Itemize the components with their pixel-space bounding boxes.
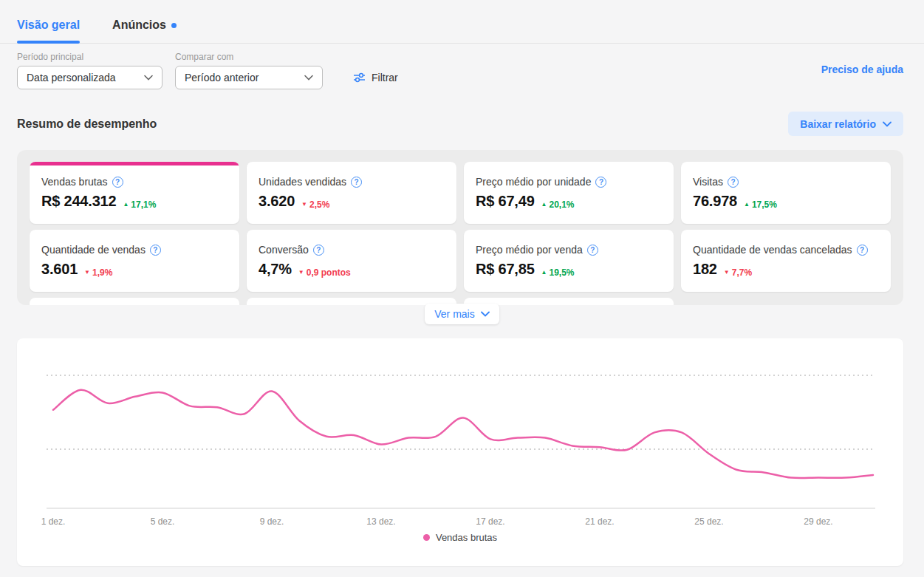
trend-arrow-icon: ▼ [301,201,307,208]
chevron-down-icon [481,311,490,317]
metrics-cards-panel: Vendas brutas ? R$ 244.312 ▲17,1% Unidad… [17,150,903,305]
svg-text:1 dez.: 1 dez. [41,516,66,527]
metric-label: Visitas [693,176,723,188]
compare-period-select[interactable]: Período anterior [175,66,323,89]
metric-card-vendas-brutas[interactable]: Vendas brutas ? R$ 244.312 ▲17,1% [30,162,239,224]
svg-text:9 dez.: 9 dez. [260,516,284,527]
filter-button[interactable]: Filtrar [349,66,403,89]
info-icon[interactable]: ? [857,245,868,256]
info-icon[interactable]: ? [313,245,324,256]
main-period-group: Período principal Data personalizada [17,52,162,89]
sales-line-chart[interactable]: 1 dez.5 dez.9 dez.13 dez.17 dez.21 dez.2… [17,338,903,530]
performance-summary-header: Resumo de desempenho Baixar relatório [17,112,903,136]
metric-delta: 1,9% [92,267,112,278]
trend-arrow-icon: ▲ [541,201,547,208]
metric-delta: 17,5% [752,199,777,210]
metric-card-preco-medio-venda[interactable]: Preço médio por venda ? R$ 67,85 ▲19,5% [464,230,674,292]
chevron-down-icon [304,75,313,81]
filters-row: Período principal Data personalizada Com… [17,52,903,89]
trend-arrow-icon: ▲ [744,201,750,208]
trend-arrow-icon: ▼ [724,269,730,276]
svg-text:29 dez.: 29 dez. [804,516,832,527]
tab-anuncios-label: Anúncios [112,18,166,32]
download-report-button[interactable]: Baixar relatório [788,112,903,136]
download-report-label: Baixar relatório [800,118,876,130]
metric-value: R$ 67,85 [476,261,535,278]
info-icon[interactable]: ? [728,177,739,188]
info-icon[interactable]: ? [587,245,598,256]
see-more-row: Ver mais [0,304,924,324]
selected-accent-bar [30,162,239,165]
metric-delta: 19,5% [550,267,575,278]
trend-arrow-icon: ▼ [84,269,90,276]
metric-card-quantidade-vendas[interactable]: Quantidade de vendas ? 3.601 ▼1,9% [30,230,239,292]
main-period-select[interactable]: Data personalizada [17,66,162,89]
info-icon[interactable]: ? [595,177,606,188]
metric-label: Preço médio por unidade [476,176,591,188]
svg-text:21 dez.: 21 dez. [585,516,614,527]
trend-arrow-icon: ▲ [123,201,129,208]
chevron-down-icon [883,121,892,127]
metric-card-vendas-canceladas[interactable]: Quantidade de vendas canceladas ? 182 ▼7… [681,230,891,292]
metric-value: 182 [693,261,717,278]
compare-period-value: Período anterior [185,72,259,83]
metric-label: Quantidade de vendas canceladas [693,244,852,256]
metric-label: Unidades vendidas [259,176,346,188]
svg-text:17 dez.: 17 dez. [476,516,504,527]
trend-arrow-icon: ▼ [298,269,304,276]
tab-visao-geral-label: Visão geral [17,18,80,32]
metric-label: Conversão [259,244,309,256]
metric-delta: 17,1% [131,199,156,210]
tab-visao-geral[interactable]: Visão geral [17,18,80,43]
svg-text:13 dez.: 13 dez. [366,516,395,527]
sliders-filter-icon [353,72,366,83]
compare-period-group: Comparar com Período anterior [175,52,323,89]
metric-value: R$ 67,49 [476,193,535,210]
info-icon[interactable]: ? [150,245,161,256]
metric-card-unidades-vendidas[interactable]: Unidades vendidas ? 3.620 ▼2,5% [247,162,456,224]
see-more-button[interactable]: Ver mais [425,304,499,324]
see-more-label: Ver mais [434,308,474,320]
compare-period-label: Comparar com [175,52,323,62]
chart-legend: Vendas brutas [17,532,903,543]
metric-delta: 7,7% [732,267,752,278]
svg-text:25 dez.: 25 dez. [694,516,723,527]
metric-value: 76.978 [693,193,737,210]
metric-value: 4,7% [259,261,292,278]
chevron-down-icon [144,75,153,81]
main-period-value: Data personalizada [27,72,116,83]
info-icon[interactable]: ? [351,177,362,188]
active-tab-underline [17,41,80,44]
section-title: Resumo de desempenho [17,117,157,131]
metric-delta: 2,5% [309,199,329,210]
notification-dot-icon [171,23,177,28]
help-link[interactable]: Preciso de ajuda [821,64,903,75]
metric-value: R$ 244.312 [41,193,116,210]
metric-value: 3.601 [41,261,78,278]
tab-anuncios[interactable]: Anúncios [112,18,177,43]
metric-card-preco-medio-unidade[interactable]: Preço médio por unidade ? R$ 67,49 ▲20,1… [464,162,674,224]
svg-text:5 dez.: 5 dez. [151,516,175,527]
metric-card-visitas[interactable]: Visitas ? 76.978 ▲17,5% [681,162,891,224]
tabs-bar: Visão geral Anúncios [0,0,924,44]
legend-label: Vendas brutas [436,532,497,543]
metric-label: Quantidade de vendas [41,244,146,256]
info-icon[interactable]: ? [112,177,123,188]
trend-arrow-icon: ▲ [541,269,547,276]
metric-delta: 0,9 pontos [307,267,351,278]
legend-dot-icon [423,534,430,541]
main-period-label: Período principal [17,52,162,62]
metric-label: Preço médio por venda [476,244,583,256]
metric-card-conversao[interactable]: Conversão ? 4,7% ▼0,9 pontos [247,230,456,292]
sales-chart-card: 1 dez.5 dez.9 dez.13 dez.17 dez.21 dez.2… [17,338,903,566]
filter-button-label: Filtrar [372,72,398,83]
metric-label: Vendas brutas [41,176,108,188]
metric-delta: 20,1% [550,199,575,210]
metric-value: 3.620 [259,193,295,210]
